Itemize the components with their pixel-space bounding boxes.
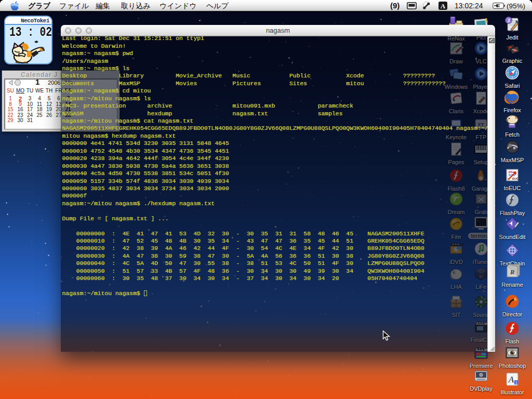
svg-text:R: R xyxy=(510,268,515,276)
svg-text:3: 3 xyxy=(515,381,517,384)
svg-text:EUC: EUC xyxy=(512,177,518,180)
svg-text:A: A xyxy=(441,2,446,10)
svg-text:J: J xyxy=(508,18,510,23)
svg-text:13 : 02: 13 : 02 xyxy=(9,27,52,37)
svg-text:A: A xyxy=(508,375,514,384)
